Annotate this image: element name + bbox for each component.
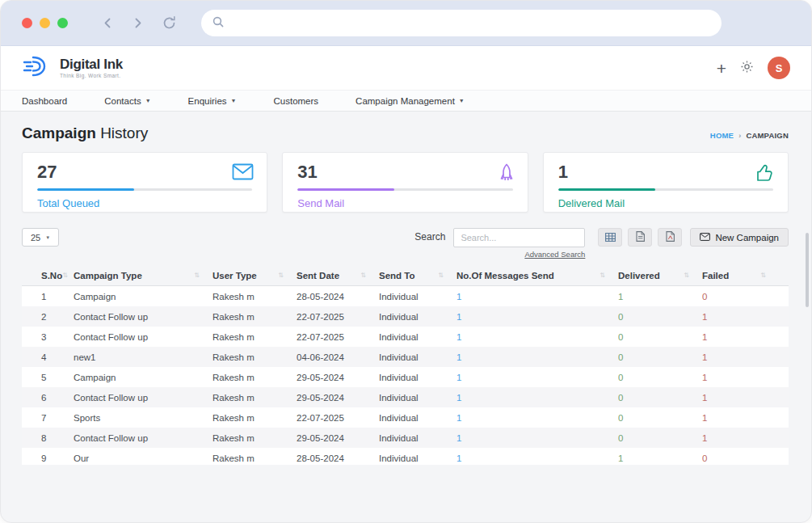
table-row[interactable]: 2 Contact Follow up Rakesh m 22-07-2025 … bbox=[22, 306, 789, 327]
search-input[interactable] bbox=[453, 228, 585, 247]
cell-messages-link[interactable]: 1 bbox=[456, 312, 618, 322]
column-header[interactable]: S.No⇅ bbox=[22, 271, 74, 280]
brand-logo[interactable]: Digital Ink Think Big. Work Smart. bbox=[22, 54, 123, 82]
column-header[interactable]: Sent Date⇅ bbox=[297, 271, 379, 280]
table-row[interactable]: 1 Campaign Rakesh m 28-05-2024 Individua… bbox=[22, 286, 789, 306]
stat-value: 27 bbox=[37, 162, 252, 183]
cell-messages-link[interactable]: 1 bbox=[456, 453, 618, 463]
cell-user-type: Rakesh m bbox=[212, 453, 297, 463]
column-header[interactable]: User Type⇅ bbox=[212, 271, 297, 280]
cell-user-type: Rakesh m bbox=[212, 292, 297, 302]
cell-sent-date: 22-07-2025 bbox=[297, 413, 379, 423]
settings-gear-icon[interactable] bbox=[740, 60, 754, 77]
cell-messages-link[interactable]: 1 bbox=[456, 352, 618, 362]
cell-campaign-type: Contact Follow up bbox=[74, 332, 212, 342]
page-size-select[interactable]: 25▼ bbox=[22, 228, 59, 247]
table-row[interactable]: 3 Contact Follow up Rakesh m 22-07-2025 … bbox=[22, 327, 789, 347]
table-row[interactable]: 7 Sports Rakesh m 22-07-2025 Individual … bbox=[22, 407, 789, 428]
cell-failed: 1 bbox=[702, 332, 779, 342]
table-row[interactable]: 5 Campaign Rakesh m 29-05-2024 Individua… bbox=[22, 367, 789, 387]
address-bar[interactable] bbox=[201, 10, 722, 36]
cell-user-type: Rakesh m bbox=[212, 413, 297, 423]
cell-user-type: Rakesh m bbox=[212, 312, 297, 322]
cell-campaign-type: new1 bbox=[74, 352, 212, 362]
table-grid-icon bbox=[605, 230, 616, 245]
cell-sent-date: 22-07-2025 bbox=[297, 312, 379, 322]
breadcrumb: HOME › CAMPAIGN bbox=[710, 131, 789, 140]
table-row[interactable]: 9 Our Rakesh m 28-05-2024 Individual 1 1… bbox=[22, 448, 789, 465]
cell-sent-date: 29-05-2024 bbox=[297, 373, 379, 382]
cell-sent-date: 28-05-2024 bbox=[297, 292, 379, 302]
stat-label: Total Queued bbox=[37, 197, 252, 209]
cell-sent-date: 28-05-2024 bbox=[297, 453, 379, 463]
cell-campaign-type: Campaign bbox=[74, 292, 212, 302]
column-header[interactable]: Campaign Type⇅ bbox=[74, 271, 212, 280]
column-header[interactable]: Failed⇅ bbox=[702, 271, 779, 280]
cell-messages-link[interactable]: 1 bbox=[456, 393, 618, 403]
cell-sno: 8 bbox=[22, 433, 74, 443]
column-header[interactable]: Delivered⇅ bbox=[618, 271, 702, 280]
cell-campaign-type: Our bbox=[74, 453, 212, 463]
sort-icon[interactable]: ⇅ bbox=[194, 272, 200, 279]
cell-failed: 1 bbox=[702, 312, 779, 322]
export-table-button[interactable] bbox=[598, 228, 622, 247]
back-icon[interactable] bbox=[102, 17, 114, 29]
nav-item-customers[interactable]: Customers bbox=[273, 96, 318, 106]
cell-messages-link[interactable]: 1 bbox=[456, 332, 618, 342]
page-scrollbar[interactable] bbox=[806, 233, 809, 307]
cell-campaign-type: Campaign bbox=[74, 373, 212, 382]
forward-icon[interactable] bbox=[132, 17, 144, 29]
sort-icon[interactable]: ⇅ bbox=[760, 272, 766, 279]
table-row[interactable]: 4 new1 Rakesh m 04-06-2024 Individual 1 … bbox=[22, 347, 789, 367]
sort-icon[interactable]: ⇅ bbox=[684, 272, 689, 279]
cell-sent-date: 04-06-2024 bbox=[297, 352, 379, 362]
chevron-down-icon: ▼ bbox=[459, 98, 465, 103]
nav-item-enquiries[interactable]: Enquiries▼ bbox=[188, 96, 237, 106]
cell-messages-link[interactable]: 1 bbox=[456, 292, 618, 302]
table-row[interactable]: 6 Contact Follow up Rakesh m 29-05-2024 … bbox=[22, 387, 789, 407]
cell-messages-link[interactable]: 1 bbox=[456, 413, 618, 423]
table-body: 1 Campaign Rakesh m 28-05-2024 Individua… bbox=[22, 286, 789, 465]
sort-icon[interactable]: ⇅ bbox=[278, 272, 284, 279]
close-window-button[interactable] bbox=[22, 18, 32, 28]
cell-campaign-type: Contact Follow up bbox=[74, 312, 212, 322]
thumbs-up-icon bbox=[755, 163, 775, 186]
sort-icon[interactable]: ⇅ bbox=[360, 272, 366, 279]
nav-item-contacts[interactable]: Contacts▼ bbox=[104, 96, 150, 106]
stat-label: Send Mail bbox=[297, 197, 512, 209]
export-pdf-button[interactable] bbox=[658, 228, 682, 247]
cell-send-to: Individual bbox=[379, 373, 456, 382]
sort-icon[interactable]: ⇅ bbox=[62, 272, 68, 279]
reload-icon[interactable] bbox=[162, 15, 177, 31]
cell-send-to: Individual bbox=[379, 312, 456, 322]
cell-failed: 1 bbox=[702, 373, 779, 382]
user-avatar[interactable]: S bbox=[768, 57, 790, 79]
envelope-icon bbox=[232, 163, 254, 183]
cell-user-type: Rakesh m bbox=[212, 352, 297, 362]
new-campaign-button[interactable]: New Campaign bbox=[690, 228, 789, 247]
nav-item-dashboard[interactable]: Dashboard bbox=[22, 96, 67, 106]
cell-send-to: Individual bbox=[379, 433, 456, 443]
search-label: Search bbox=[414, 228, 445, 243]
advanced-search-link[interactable]: Advanced Search bbox=[524, 250, 585, 259]
cell-delivered: 0 bbox=[618, 332, 702, 342]
breadcrumb-home-link[interactable]: HOME bbox=[710, 131, 734, 140]
rocket-icon bbox=[499, 163, 515, 188]
cell-messages-link[interactable]: 1 bbox=[456, 373, 618, 382]
cell-delivered: 0 bbox=[618, 352, 702, 362]
cell-sno: 4 bbox=[22, 352, 74, 362]
cell-sno: 1 bbox=[22, 292, 74, 302]
column-header[interactable]: Send To⇅ bbox=[379, 271, 456, 280]
add-new-button[interactable]: + bbox=[717, 60, 726, 77]
zoom-window-button[interactable] bbox=[57, 18, 68, 28]
table-row[interactable]: 8 Contact Follow up Rakesh m 29-05-2024 … bbox=[22, 428, 789, 448]
export-excel-button[interactable] bbox=[628, 228, 652, 247]
sort-icon[interactable]: ⇅ bbox=[438, 272, 444, 279]
sort-icon[interactable]: ⇅ bbox=[600, 272, 605, 279]
column-header[interactable]: No.Of Messages Send⇅ bbox=[456, 271, 618, 280]
cell-messages-link[interactable]: 1 bbox=[456, 433, 618, 443]
cell-sno: 7 bbox=[22, 413, 74, 423]
nav-item-campaign-management[interactable]: Campaign Management▼ bbox=[356, 96, 465, 106]
minimize-window-button[interactable] bbox=[40, 18, 50, 28]
cell-send-to: Individual bbox=[379, 352, 456, 362]
